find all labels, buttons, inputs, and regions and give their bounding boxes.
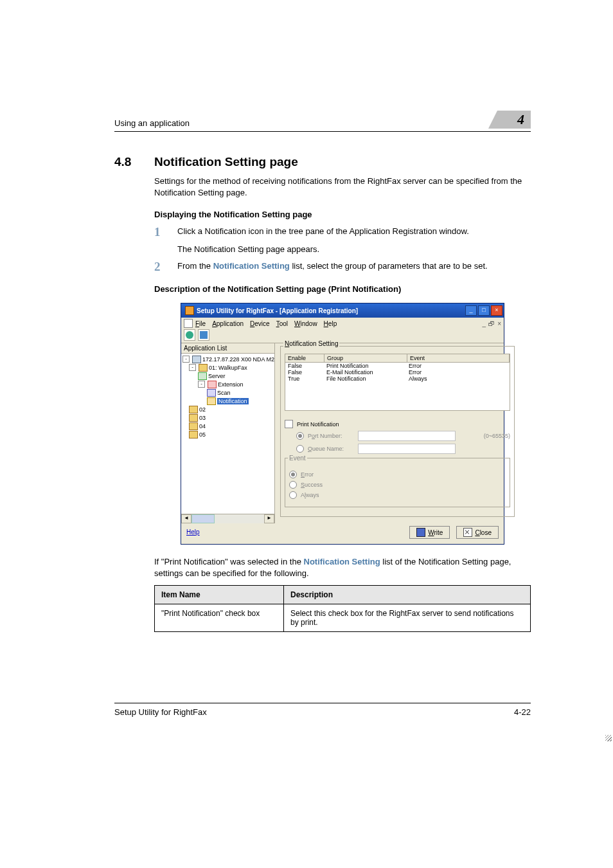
- mdi-close-button[interactable]: ×: [497, 320, 501, 327]
- list-row[interactable]: FalseE-Mail NotificationError: [285, 369, 510, 375]
- titlebar[interactable]: Setup Utility for RightFax - [Applicatio…: [181, 303, 504, 318]
- table-cell-item: "Print Notification" check box: [155, 604, 284, 632]
- notification-setting-group: Notification Setting Enable Group Event …: [280, 346, 515, 517]
- close-button[interactable]: Close: [456, 526, 499, 539]
- footer-product: Setup Utility for RightFax: [114, 707, 207, 717]
- queue-name-input[interactable]: [358, 444, 456, 454]
- group-label: Notification Setting: [283, 340, 339, 347]
- list-row[interactable]: TrueFile NotificationAlways: [285, 375, 510, 382]
- table-cell-desc: Select this check box for the RightFax s…: [284, 604, 531, 632]
- app-slot-icon: [199, 364, 208, 372]
- event-always-row: Always: [289, 491, 506, 499]
- subhead-description: Description of the Notification Setting …: [154, 284, 531, 294]
- app-slot-icon: [189, 406, 198, 413]
- tree-collapse-icon[interactable]: -: [198, 381, 205, 388]
- help-link[interactable]: Help: [181, 529, 200, 539]
- mdi-doc-icon[interactable]: [184, 319, 193, 328]
- step-1: 1 Click a Notification icon in the tree …: [154, 226, 531, 238]
- table-row: "Print Notification" check box Select th…: [155, 604, 531, 632]
- mdi-restore-button[interactable]: 🗗: [488, 320, 495, 327]
- event-error-radio[interactable]: [289, 471, 297, 478]
- section-heading: 4.8 Notification Setting page: [114, 155, 531, 169]
- queue-name-label: Queue Name:: [308, 446, 358, 452]
- queue-name-radio[interactable]: [296, 445, 304, 453]
- tree-item[interactable]: 04: [199, 423, 206, 429]
- event-success-row: Success: [289, 481, 506, 489]
- port-number-row: Port Number: (0~65535): [285, 431, 510, 441]
- notification-list[interactable]: FalsePrint NotificationError FalseE-Mail…: [285, 363, 510, 411]
- tree-item[interactable]: 01: WalkupFax: [209, 365, 247, 371]
- minimize-button[interactable]: _: [465, 305, 477, 316]
- queue-name-row: Queue Name:: [285, 444, 510, 454]
- window-title: Setup Utility for RightFax - [Applicatio…: [197, 307, 465, 314]
- tree-item[interactable]: 02: [199, 406, 206, 413]
- tree-item[interactable]: 03: [199, 415, 206, 421]
- notification-setting-ref: Notification Setting: [304, 557, 380, 566]
- tree-item[interactable]: Scan: [217, 390, 231, 396]
- event-always-label: Always: [301, 492, 319, 498]
- step-1-result: The Notification Setting page appears.: [177, 244, 531, 254]
- print-notification-checkbox[interactable]: [285, 420, 293, 428]
- notification-setting-ref: Notification Setting: [213, 261, 290, 271]
- resize-grip-icon[interactable]: [605, 735, 612, 741]
- col-group[interactable]: Group: [324, 354, 407, 362]
- tree-collapse-icon[interactable]: -: [182, 356, 190, 363]
- subhead-display: Displaying the Notification Setting page: [154, 210, 531, 219]
- event-error-label: Error: [301, 471, 314, 478]
- print-notification-row[interactable]: Print Notification: [285, 420, 510, 428]
- step-number: 2: [154, 260, 166, 273]
- port-number-input[interactable]: [358, 431, 456, 441]
- step-number: 1: [154, 226, 166, 238]
- step-2: 2 From the Notification Setting list, se…: [154, 260, 531, 273]
- scan-icon: [207, 389, 216, 397]
- tree[interactable]: -172.17.87.228 X00 NDA M2 -01: WalkupFax…: [181, 354, 274, 514]
- scroll-thumb[interactable]: [191, 514, 215, 523]
- table-header-item: Item Name: [155, 586, 284, 604]
- event-error-row: Error: [289, 471, 506, 478]
- toolbar-network-icon[interactable]: [198, 329, 209, 341]
- scroll-track[interactable]: [215, 514, 264, 523]
- app-slot-icon: [189, 431, 198, 439]
- tree-pane-label: Application List: [181, 343, 274, 354]
- mdi-minimize-button[interactable]: _: [483, 320, 486, 327]
- toolbar-globe-icon[interactable]: [184, 329, 195, 341]
- event-group: Event Error Success Always: [285, 458, 510, 507]
- maximize-button[interactable]: □: [478, 305, 490, 316]
- print-notification-label: Print Notification: [297, 421, 339, 428]
- tree-item[interactable]: Server: [208, 373, 226, 379]
- tree-item[interactable]: Extension: [218, 381, 244, 388]
- tree-root[interactable]: 172.17.87.228 X00 NDA M2: [202, 356, 274, 363]
- port-number-radio[interactable]: [296, 432, 304, 440]
- col-event[interactable]: Event: [407, 354, 510, 362]
- tree-item-selected[interactable]: Notification: [217, 398, 249, 404]
- tree-pane: Application List -172.17.87.228 X00 NDA …: [181, 343, 275, 523]
- menu-device[interactable]: Device: [250, 320, 270, 327]
- head-rule: [114, 131, 531, 132]
- list-row[interactable]: FalsePrint NotificationError: [285, 363, 510, 369]
- section-number: 4.8: [114, 155, 143, 169]
- event-success-radio[interactable]: [289, 481, 297, 489]
- tree-collapse-icon[interactable]: -: [189, 364, 196, 371]
- menu-tool[interactable]: Tool: [276, 320, 288, 327]
- scroll-left-icon[interactable]: ◄: [181, 514, 191, 523]
- server-icon: [198, 372, 207, 380]
- screenshot: Setup Utility for RightFax - [Applicatio…: [154, 303, 531, 545]
- app-slot-icon: [189, 414, 198, 422]
- close-button[interactable]: ×: [491, 305, 502, 316]
- menu-window[interactable]: Window: [294, 320, 317, 327]
- col-enable[interactable]: Enable: [285, 354, 324, 362]
- menu-application[interactable]: Application: [212, 320, 244, 327]
- menu-file[interactable]: File: [195, 320, 206, 327]
- event-always-radio[interactable]: [289, 491, 297, 499]
- notification-icon: [207, 397, 216, 405]
- app-slot-icon: [189, 422, 198, 430]
- tree-item[interactable]: 05: [199, 431, 206, 438]
- table-header-desc: Description: [284, 586, 531, 604]
- close-icon: [463, 528, 472, 537]
- tree-hscrollbar[interactable]: ◄ ►: [181, 514, 274, 523]
- menu-help[interactable]: Help: [324, 320, 337, 327]
- spec-table: Item Name Description "Print Notificatio…: [154, 585, 531, 632]
- scroll-right-icon[interactable]: ►: [264, 514, 274, 523]
- after-image-paragraph: If "Print Notification" was selected in …: [154, 556, 531, 579]
- write-button[interactable]: Write: [409, 526, 450, 539]
